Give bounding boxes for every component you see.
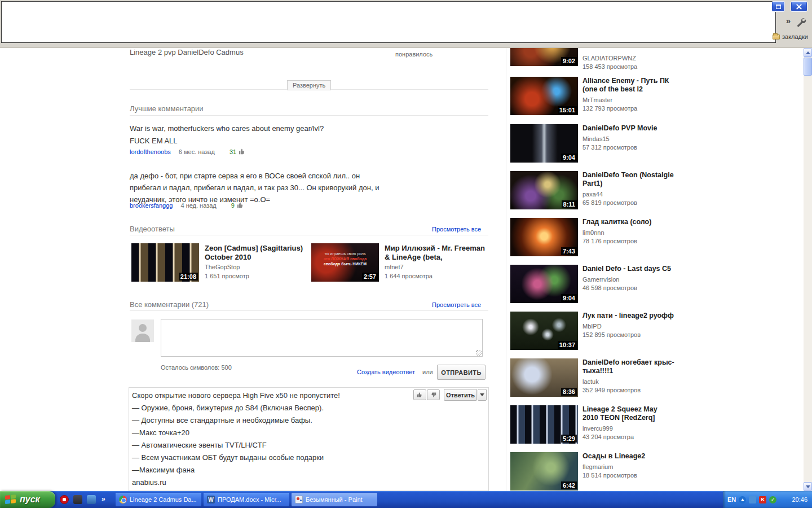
video-title-link[interactable]: Alliance Enemy - Путь ПК (one of the bes…	[582, 77, 674, 94]
comment-votes: 9	[231, 202, 235, 209]
quick-launch-overflow-chevron[interactable]: »	[102, 495, 105, 503]
submit-comment-button[interactable]: ОТПРАВИТЬ	[437, 365, 486, 380]
video-title-link[interactable]: Лук пати - lineage2 руофф	[582, 312, 674, 320]
or-label: или	[422, 369, 433, 375]
video-thumbnail[interactable]: 9:02	[510, 48, 578, 66]
related-video-item[interactable]: 15:01 Alliance Enemy - Путь ПК (one of t…	[510, 77, 674, 116]
related-video-item[interactable]: 8:11 DanielDefo Teon (Nostalgie Part1)pa…	[510, 171, 674, 211]
video-page-title: Lineage 2 pvp DanielDefo Cadmus	[130, 48, 244, 56]
video-thumbnail[interactable]: 8:11	[510, 171, 578, 209]
window-close-button[interactable]	[791, 1, 807, 12]
tray-icon-network[interactable]	[749, 496, 756, 503]
reply-dropdown-button[interactable]	[478, 389, 487, 401]
video-duration: 7:43	[561, 247, 577, 255]
video-author[interactable]: invercu999	[582, 424, 674, 433]
taskbar-button-word[interactable]: ПРОДАМ.docx - Micr...	[204, 493, 289, 506]
video-title-link[interactable]: Осады в Lineage2	[582, 452, 674, 461]
comment-input[interactable]	[161, 319, 483, 357]
video-title-link[interactable]: DanielDefo Teon (Nostalgie Part1)	[582, 171, 674, 188]
video-author[interactable]: MbIPD	[582, 322, 674, 331]
other-bookmarks[interactable]: закладки	[773, 33, 808, 40]
video-thumbnail[interactable]: 8:36	[510, 358, 578, 397]
comment-line: да дефо - бот, при старте серва я его в …	[130, 170, 379, 182]
video-title-link[interactable]: Zeon [Cadmus] (Sagittarius) October 2010	[205, 244, 305, 262]
video-author[interactable]: GLADIATORPWNZ	[582, 54, 674, 63]
comment-line: — Доступны все стандартные и необходимые…	[132, 414, 417, 427]
expand-description-button[interactable]: Развернуть	[287, 80, 331, 90]
related-video-item[interactable]: 9:02 GLADIATORPWNZ158 453 просмотра	[510, 48, 674, 67]
thumbs-down-button[interactable]	[427, 389, 440, 400]
create-video-response-link[interactable]: Создать видеоответ	[357, 369, 415, 375]
video-author[interactable]: Gamerrvision	[582, 275, 674, 284]
bookmarks-label: закладки	[782, 33, 808, 40]
taskbar-button-browser[interactable]: Lineage 2 Cadmus Da...	[116, 493, 201, 506]
video-views: 1 651 просмотр	[205, 273, 305, 280]
related-video-item[interactable]: 9:04 DanielDefo PVP MovieMindas1557 312 …	[510, 124, 674, 164]
related-video-item[interactable]: 9:04 Daniel Defo - Last days C5Gamerrvis…	[510, 265, 674, 304]
video-thumbnail[interactable]: 9:04	[510, 124, 578, 163]
video-author[interactable]: TheGopStop	[205, 264, 305, 271]
scroll-down-button[interactable]	[804, 482, 812, 491]
video-author[interactable]: MrTmaster	[582, 96, 674, 104]
video-author[interactable]: lim0nnn	[582, 229, 674, 237]
video-views: 57 312 просмотров	[582, 143, 674, 152]
start-button[interactable]: пуск	[0, 491, 55, 508]
quick-launch-icon-3[interactable]	[87, 495, 96, 504]
related-video-item[interactable]: 5:29 Lineage 2 Squeez May 2010 TEON [Red…	[510, 405, 674, 445]
tray-icon-language-bar[interactable]	[739, 496, 746, 503]
video-title-link[interactable]: Lineage 2 Squeez May 2010 TEON [RedZerq]	[582, 405, 674, 422]
top-comments-heading: Лучшие комментарии	[130, 104, 204, 113]
opera-icon[interactable]	[60, 495, 69, 504]
task-label: Безымянный - Paint	[306, 496, 363, 503]
related-video-item[interactable]: 10:37 Лук пати - lineage2 руоффMbIPD152 …	[510, 312, 674, 351]
video-author[interactable]: paxa44	[582, 190, 674, 199]
thumbs-up-icon	[239, 148, 246, 156]
video-title-link[interactable]: Daniel Defo - Last days C5	[582, 265, 674, 273]
video-author[interactable]: lactuk	[582, 378, 674, 386]
address-overlay-box[interactable]	[1, 1, 776, 43]
comment-author-link[interactable]: brookersfanggg	[130, 202, 173, 209]
tray-icon-antivirus[interactable]	[759, 496, 766, 503]
related-video-item[interactable]: 7:43 Глад калитка (соло)lim0nnn78 176 пр…	[510, 218, 674, 257]
taskbar-button-paint[interactable]: Безымянный - Paint	[292, 493, 377, 506]
video-duration: 5:29	[561, 435, 577, 443]
comment-author-link[interactable]: lordofthenoobs	[130, 148, 171, 155]
quick-launch-icon-2[interactable]	[73, 495, 82, 504]
video-duration: 2:57	[362, 273, 378, 281]
toolbar-overflow-chevron[interactable]: »	[786, 16, 791, 25]
close-icon	[796, 4, 802, 10]
clock: 20:46	[792, 496, 807, 503]
video-author[interactable]: mfnet7	[385, 264, 487, 271]
related-video-item[interactable]: 6:42 Осады в Lineage2flegmarium18 514 пр…	[510, 452, 674, 491]
video-thumbnail[interactable]: 6:42	[510, 452, 578, 491]
window-restore-button[interactable]	[771, 1, 785, 12]
video-title-link[interactable]: DanielDefo ногебает крыс-тыха!!!!1	[582, 358, 674, 375]
video-thumbnail[interactable]: 15:01	[510, 77, 578, 115]
all-comments-view-all-link[interactable]: Просмотреть все	[432, 301, 481, 308]
video-title-link[interactable]: Глад калитка (соло)	[582, 218, 674, 226]
page-scrollbar[interactable]	[804, 48, 812, 491]
video-thumbnail[interactable]: 9:04	[510, 265, 578, 303]
video-thumbnail[interactable]: 7:43	[510, 218, 578, 256]
video-response-thumbnail[interactable]: ты играешь свою роль это ЛОЖНАЯ свобода …	[311, 243, 379, 282]
scrollbar-thumb[interactable]	[804, 58, 812, 76]
related-video-item[interactable]: 8:36 DanielDefo ногебает крыс-тыха!!!!1l…	[510, 358, 674, 398]
video-thumbnail[interactable]: 5:29	[510, 405, 578, 444]
video-author[interactable]: flegmarium	[582, 463, 674, 471]
video-views: 1 644 просмотра	[385, 273, 487, 280]
video-response-thumbnail[interactable]: 21:08	[131, 243, 199, 282]
video-views: 65 819 просмотров	[582, 199, 674, 207]
language-indicator[interactable]: EN	[727, 496, 736, 503]
video-author[interactable]: Mindas15	[582, 135, 674, 143]
tray-icon-agent[interactable]	[769, 496, 776, 503]
video-responses-view-all-link[interactable]: Просмотреть все	[432, 226, 481, 233]
reply-button[interactable]: Ответить	[444, 389, 477, 401]
video-thumbnail[interactable]: 10:37	[510, 312, 578, 350]
comment-link[interactable]: anabius.ru	[132, 476, 417, 489]
scroll-up-button[interactable]	[804, 48, 812, 57]
video-title-link[interactable]: DanielDefo PVP Movie	[582, 124, 674, 133]
wrench-menu-icon[interactable]	[795, 17, 806, 28]
video-duration: 6:42	[561, 481, 577, 489]
thumbs-up-button[interactable]	[413, 389, 426, 400]
video-title-link[interactable]: Мир Иллюзий - Mr. Freeman & LineAge (bet…	[385, 244, 487, 262]
